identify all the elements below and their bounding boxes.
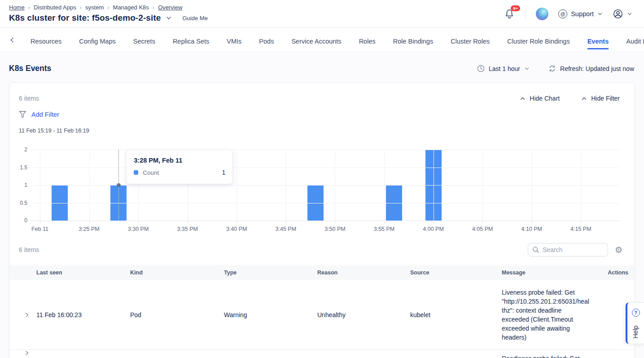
table-row[interactable]: 11 Feb 16:00:23PodWarningUnhealthykubele… xyxy=(9,280,635,350)
tab-roles[interactable]: Roles xyxy=(359,34,376,49)
tab-audit-logs[interactable]: Audit Logs xyxy=(626,34,644,49)
breadcrumb-item-overview[interactable]: Overview xyxy=(158,4,182,11)
x-axis-label: Feb 11 xyxy=(22,226,58,232)
x-axis-label: 3:30 PM xyxy=(120,226,156,232)
x-axis-label: 4:15 PM xyxy=(563,226,599,232)
breadcrumb-separator: › xyxy=(80,4,82,11)
breadcrumb-separator: › xyxy=(153,4,154,11)
tab-bar: ResourcesConfig MapsSecretsReplica SetsV… xyxy=(0,28,644,52)
time-range-label: Last 1 hour xyxy=(489,65,520,72)
page-toolbar: K8s Events Last 1 hour Refresh: Updated … xyxy=(0,52,644,73)
tab-pods[interactable]: Pods xyxy=(259,34,274,49)
breadcrumb-item-distributed-apps: Distributed Apps xyxy=(34,4,76,11)
search-input[interactable] xyxy=(528,243,608,256)
breadcrumb-item-home[interactable]: Home xyxy=(9,4,25,11)
column-header-actions[interactable]: Actions xyxy=(605,270,635,276)
help-widget[interactable]: ? Help xyxy=(626,302,644,344)
cell-reason: Unhealthy xyxy=(317,311,410,318)
search-icon xyxy=(532,246,539,253)
column-header-message[interactable]: Message xyxy=(502,270,605,276)
tooltip-title: 3:28 PM, Feb 11 xyxy=(134,157,225,164)
chart-items-count: 6 items xyxy=(19,95,39,102)
tab-role-bindings[interactable]: Role Bindings xyxy=(393,34,433,49)
account-menu[interactable] xyxy=(613,9,632,19)
column-header-last-seen[interactable]: Last seen xyxy=(36,270,130,276)
column-header-type[interactable]: Type xyxy=(224,270,317,276)
hide-filter-button[interactable]: Hide Filter xyxy=(581,95,620,102)
hide-chart-button[interactable]: Hide Chart xyxy=(520,95,560,102)
refresh-button[interactable]: Refresh: Updated just now xyxy=(548,65,634,72)
gridline-horizontal xyxy=(30,221,620,221)
column-header-kind[interactable]: Kind xyxy=(130,270,224,276)
add-filter-label: Add Filter xyxy=(31,111,59,118)
notification-badge: 9+ xyxy=(511,5,520,12)
chart-tooltip: 3:28 PM, Feb 11 Count 1 xyxy=(126,150,233,184)
column-header-reason[interactable]: Reason xyxy=(317,270,410,276)
notifications-button[interactable]: 9+ xyxy=(504,8,516,20)
tab-secrets[interactable]: Secrets xyxy=(133,34,155,49)
breadcrumb-item-system: system xyxy=(85,4,104,11)
refresh-label: Refresh: Updated just now xyxy=(560,65,634,72)
chevron-up-icon xyxy=(581,96,587,102)
events-panel: 6 items Hide Chart Hide Filter Add Filte… xyxy=(9,82,635,358)
tab-resources[interactable]: Resources xyxy=(31,34,61,49)
back-chevron-button[interactable] xyxy=(9,37,15,43)
gear-icon[interactable]: ⚙ xyxy=(615,246,622,254)
tab-list: ResourcesConfig MapsSecretsReplica SetsV… xyxy=(31,28,644,52)
x-axis-label: 4:10 PM xyxy=(514,226,550,232)
tab-replica-sets[interactable]: Replica Sets xyxy=(173,34,209,49)
cell-kind: Pod xyxy=(130,311,224,318)
cell-type: Warning xyxy=(224,311,317,318)
help-label: Help xyxy=(632,326,639,339)
support-label: Support xyxy=(571,10,594,18)
breadcrumb-separator: › xyxy=(107,4,109,11)
tab-config-maps[interactable]: Config Maps xyxy=(79,34,115,49)
row-expand-chevron-icon[interactable] xyxy=(9,350,36,356)
table-body: 11 Feb 16:00:23PodWarningUnhealthykubele… xyxy=(9,280,635,358)
user-icon xyxy=(613,9,623,19)
row-expand-chevron-icon[interactable] xyxy=(9,312,36,318)
y-axis-label: 0 xyxy=(9,217,27,224)
cell-message: Liveness probe failed: Get "http://10.25… xyxy=(502,288,605,342)
chevron-up-icon xyxy=(520,96,526,102)
column-header-source[interactable]: Source xyxy=(410,270,502,276)
y-axis-label: 0.5 xyxy=(9,200,27,206)
tab-cluster-role-bindings[interactable]: Cluster Role Bindings xyxy=(507,34,570,49)
tab-service-accounts[interactable]: Service Accounts xyxy=(291,34,341,49)
funnel-icon xyxy=(19,110,26,118)
page-title: K8s Events xyxy=(9,64,51,73)
tab-cluster-roles[interactable]: Cluster Roles xyxy=(451,34,490,49)
help-question-icon: ? xyxy=(632,309,640,317)
y-axis-label: 1.5 xyxy=(9,164,27,171)
table-header-row: Last seenKindTypeReasonSourceMessageActi… xyxy=(9,265,635,280)
cell-last-seen: 11 Feb 16:00:23 xyxy=(36,311,130,318)
guide-me-link[interactable]: Guide Me xyxy=(183,15,208,22)
tooltip-series-value: 1 xyxy=(222,169,225,176)
table-row[interactable]: Readiness probe failed: Get xyxy=(9,350,635,358)
x-axis-label: 3:25 PM xyxy=(71,226,107,232)
header-divider xyxy=(526,8,526,20)
support-menu[interactable]: @ Support xyxy=(558,9,603,18)
hide-chart-label: Hide Chart xyxy=(530,95,560,102)
chart-date-range: 11 Feb 15:19 - 11 Feb 16:19 xyxy=(19,128,89,134)
tenant-avatar[interactable] xyxy=(536,8,548,20)
page-main-title: K8s cluster for site: f5os-demo-2-site xyxy=(9,13,161,23)
cell-message: Readiness probe failed: Get xyxy=(502,350,605,358)
y-axis-label: 2 xyxy=(9,146,27,153)
x-axis-label: 3:55 PM xyxy=(366,226,402,232)
x-axis-label: 4:00 PM xyxy=(416,226,451,232)
chart[interactable]: 4:15 PM4:10 PM4:05 PM4:00 PM3:55 PM3:50 … xyxy=(9,146,635,240)
cell-source: kubelet xyxy=(410,311,502,318)
time-range-chevron-down-icon xyxy=(524,66,530,71)
tab-events[interactable]: Events xyxy=(587,34,609,49)
breadcrumb: Home›Distributed Apps›system›Managed K8s… xyxy=(9,4,208,11)
tab-vmis[interactable]: VMIs xyxy=(227,34,241,49)
support-chevron-down-icon xyxy=(597,11,603,17)
y-axis-label: 1 xyxy=(9,182,27,188)
tooltip-series-swatch xyxy=(134,170,138,175)
time-range-selector[interactable]: Last 1 hour xyxy=(477,65,530,72)
x-axis-label: 3:40 PM xyxy=(219,226,254,232)
add-filter-button[interactable]: Add Filter xyxy=(19,110,59,118)
support-icon: @ xyxy=(558,9,567,18)
title-chevron-down-icon[interactable] xyxy=(166,15,172,21)
